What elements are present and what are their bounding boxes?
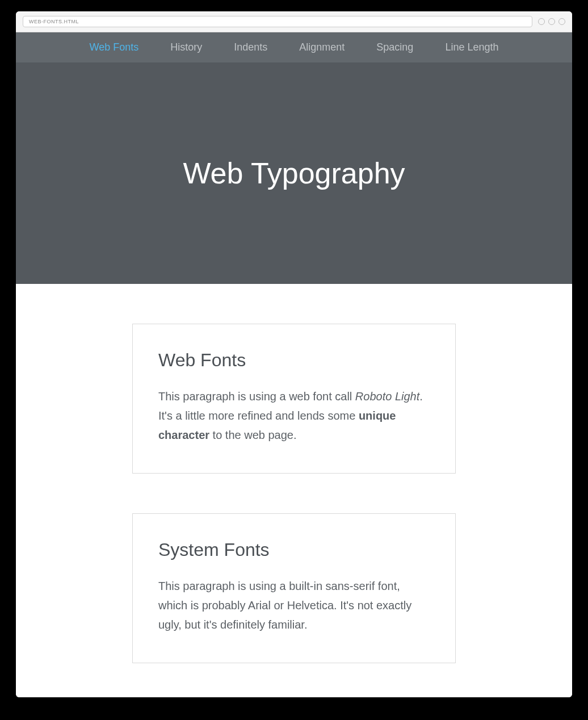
italic-text: Roboto Light [355,390,419,403]
hero-section: Web Typography [16,62,572,284]
nav-link-history[interactable]: History [154,32,218,62]
window-control-dot[interactable] [558,18,565,25]
card-title: System Fonts [158,539,430,560]
text-fragment: to the web page. [209,429,296,441]
nav-link-spacing[interactable]: Spacing [360,32,429,62]
card-web-fonts: Web Fonts This paragraph is using a web … [132,324,456,474]
window-control-dot[interactable] [538,18,545,25]
card-text: This paragraph is using a built-in sans-… [158,576,430,634]
window-control-dot[interactable] [548,18,555,25]
text-fragment: This paragraph is using a web font call [158,390,355,403]
address-bar[interactable]: WEB-FONTS.HTML [23,16,532,27]
browser-chrome: WEB-FONTS.HTML [16,11,572,32]
browser-window: WEB-FONTS.HTML Web Fonts History Indents… [16,11,572,697]
nav-link-alignment[interactable]: Alignment [283,32,360,62]
content-section: Web Fonts This paragraph is using a web … [16,284,572,697]
hero-title: Web Typography [183,156,405,190]
nav-link-web-fonts[interactable]: Web Fonts [74,32,155,62]
nav-link-indents[interactable]: Indents [218,32,283,62]
nav-bar: Web Fonts History Indents Alignment Spac… [16,32,572,62]
card-system-fonts: System Fonts This paragraph is using a b… [132,513,456,663]
nav-link-line-length[interactable]: Line Length [429,32,514,62]
card-text: This paragraph is using a web font call … [158,387,430,445]
card-title: Web Fonts [158,350,430,371]
window-controls [538,18,565,25]
